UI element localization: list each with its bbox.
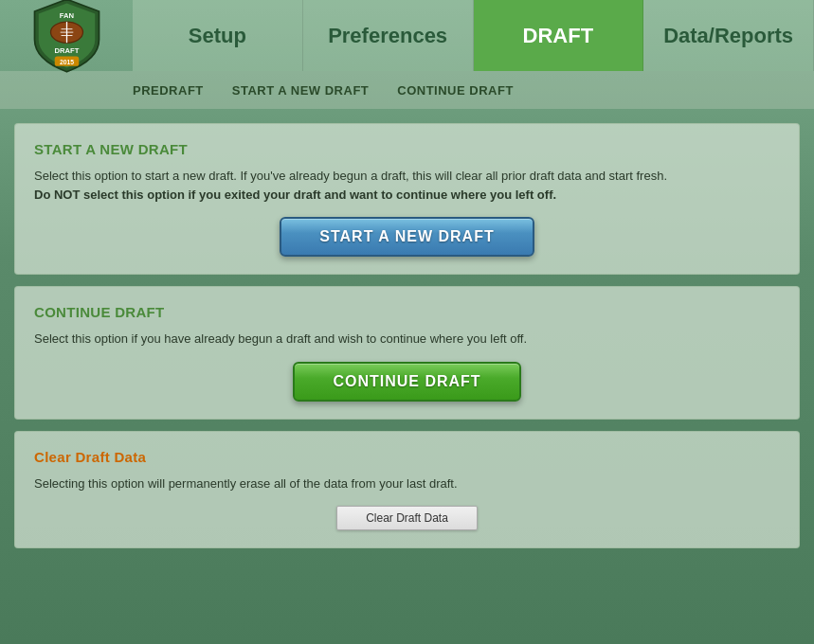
subnav-start-new-draft[interactable]: START A NEW DRAFT: [232, 83, 370, 98]
nav-items: Setup Preferences DRAFT Data/Reports: [133, 0, 814, 71]
nav-top: FAN DRAFT 2015 Setup Preferences DRAFT D…: [0, 0, 814, 71]
start-new-draft-button[interactable]: START A NEW DRAFT: [280, 217, 534, 257]
clear-draft-card: Clear Draft Data Selecting this option w…: [14, 431, 800, 549]
logo-area: FAN DRAFT 2015: [0, 0, 133, 71]
clear-draft-button[interactable]: Clear Draft Data: [336, 506, 478, 530]
start-new-draft-desc: Select this option to start a new draft.…: [34, 167, 780, 204]
main-content: START A NEW DRAFT Select this option to …: [0, 109, 814, 563]
start-new-draft-card: START A NEW DRAFT Select this option to …: [14, 123, 800, 275]
nav-item-setup[interactable]: Setup: [133, 0, 303, 71]
header: FAN DRAFT 2015 Setup Preferences DRAFT D…: [0, 0, 814, 109]
nav-item-preferences[interactable]: Preferences: [303, 0, 474, 71]
fandraft-logo: FAN DRAFT 2015: [27, 0, 107, 76]
nav-item-draft[interactable]: DRAFT: [474, 0, 644, 71]
nav-item-reports[interactable]: Data/Reports: [643, 0, 814, 71]
clear-draft-desc: Selecting this option will permanently e…: [34, 474, 780, 493]
svg-text:FAN: FAN: [59, 11, 73, 20]
subnav-predraft[interactable]: PREDRAFT: [133, 83, 204, 98]
start-new-draft-title: START A NEW DRAFT: [34, 141, 780, 157]
continue-draft-title: CONTINUE DRAFT: [34, 304, 780, 320]
svg-text:2015: 2015: [59, 59, 73, 65]
continue-draft-desc: Select this option if you have already b…: [34, 330, 780, 349]
continue-draft-card: CONTINUE DRAFT Select this option if you…: [14, 286, 800, 420]
clear-draft-title: Clear Draft Data: [34, 449, 780, 465]
subnav-continue-draft[interactable]: CONTINUE DRAFT: [397, 83, 514, 98]
svg-text:DRAFT: DRAFT: [54, 46, 79, 55]
sub-nav: PREDRAFT START A NEW DRAFT CONTINUE DRAF…: [0, 71, 814, 109]
continue-draft-button[interactable]: CONTINUE DRAFT: [293, 362, 520, 402]
